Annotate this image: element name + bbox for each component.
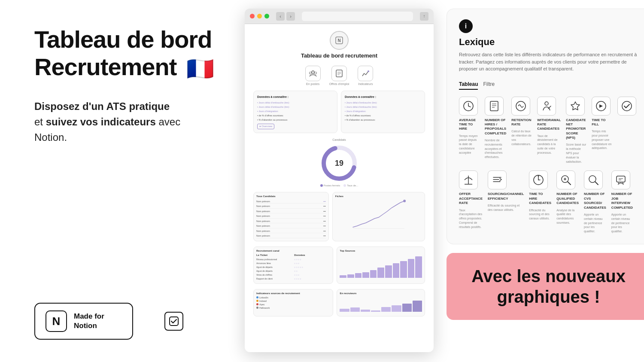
subtitle-part2: et [34, 116, 46, 128]
kpi-name-12: NUMBER OF CVS SOURCED/ CANDIDATES [584, 192, 606, 210]
kpi-desc-8: Taux d'acceptation des offres proposées.… [459, 208, 483, 229]
badges-row: N Made for Notion NOTION CERTIFIED · NOT… [34, 298, 215, 345]
chart-card-table: Tous Candidats Nom prénom••• Nom prénom•… [253, 192, 329, 241]
mbar-4 [371, 310, 380, 312]
nav-back[interactable]: ‹ [276, 12, 285, 21]
stat-card-1: Données à connaître : • Jours délai d'em… [253, 91, 337, 133]
traffic-light-green[interactable] [264, 14, 269, 18]
chart-card-line: Fiches [332, 192, 425, 241]
bar-chart [340, 254, 422, 280]
accent-line1: Avec les nouveaux [471, 267, 626, 286]
mbar-5 [381, 307, 391, 312]
sources-content: Le Ticket Réseau professionnel Annonces … [256, 254, 330, 281]
donut-legend: Postes fermés Taux de... [320, 184, 358, 187]
kpi-icon-8 [459, 170, 478, 189]
title-line2: Recrutement [34, 53, 176, 80]
browser-window: ‹ › ↑ N Tableau de bord recrutement [245, 9, 434, 352]
svg-point-6 [314, 72, 316, 74]
notion-page-header: N Tableau de bord recrutement [253, 31, 425, 59]
lexique-description: Retrouvez dans cette liste les différent… [459, 51, 638, 73]
certified-inner [164, 312, 183, 331]
stat1-line5: • % d'abandon au processus: [257, 118, 334, 122]
src2-4: Hellowork [256, 307, 330, 309]
browser-url-bar[interactable] [302, 12, 413, 21]
table-row-6: Nom prénom••• [256, 224, 326, 228]
mbar-6 [392, 305, 401, 311]
source-1: Réseau professionnel [256, 258, 292, 262]
lexique-title: Lexique [459, 37, 638, 48]
chart-card-sources2: Indicateurs sources de recrutement Linke… [253, 289, 333, 316]
tab-filtre[interactable]: Filtre [483, 79, 495, 90]
chart-card-sources: Recrutement canal Le Ticket Réseau profe… [253, 246, 333, 284]
chart-bars-title: Top Sources [340, 249, 422, 252]
table-row-5: Nom prénom••• [256, 219, 326, 223]
icon-offres: Offres d'emploi [329, 66, 349, 85]
bar-2 [347, 274, 354, 278]
kpi-time-hire: TIME TO HIRE CANDIDATES Efficacité du so… [529, 170, 551, 234]
stat2-line5: • % d'abandon au processus: [345, 118, 421, 122]
svg-point-5 [309, 72, 311, 74]
sval-4: ○ ○ [294, 269, 330, 273]
svg-point-28 [622, 101, 632, 111]
postes-label: En postes [306, 82, 319, 85]
badge-notion: Notion [74, 322, 97, 330]
sval-2: ○ ○ ○ [294, 262, 330, 265]
kpi-desc-2: Nombre de recrutements acceptées et d'em… [485, 138, 506, 159]
svg-marker-26 [571, 102, 580, 110]
traffic-light-red[interactable] [250, 14, 255, 18]
indicateurs-label: Indicateurs [358, 82, 373, 85]
stat1-title: Données à connaître : [257, 94, 334, 99]
nav-forward[interactable]: › [286, 12, 295, 21]
kpi-desc-4: Taux de désistement de candidats à la su… [537, 134, 561, 155]
kpi-icon-12 [584, 170, 603, 189]
kpi-name-3: RETENTION RATE [511, 118, 532, 127]
kpi-icon-6 [592, 97, 611, 116]
chart-card-mini-bars: En recruteurs [337, 289, 425, 316]
bar-9 [400, 261, 407, 278]
info-letter: i [465, 22, 467, 30]
mbar-2 [350, 307, 360, 312]
tab-tableau[interactable]: Tableau [459, 79, 478, 90]
kpi-icon-7 [617, 97, 636, 116]
svg-rect-44 [617, 176, 625, 182]
browser-toolbar: ‹ › ↑ [245, 9, 434, 24]
kpi-name-11: NUMBER OF QUALIFIED CANDIDATES [556, 192, 579, 205]
certified-badge: NOTION CERTIFIED · NOTION CERTIFIED · [150, 298, 197, 345]
src2-1: LinkedIn [256, 296, 330, 299]
kpi-sourcing: SOURCING/CHANNEL EFFICIENCY Efficacité d… [488, 170, 524, 234]
stat-card-2: Données à connaître : • Jours délai d'em… [341, 91, 425, 133]
svg-rect-19 [490, 101, 498, 111]
info-icon: i [459, 19, 473, 33]
table-row-4: Nom prénom••• [256, 214, 326, 219]
traffic-light-yellow[interactable] [257, 14, 262, 18]
notion-logo: N [330, 31, 349, 50]
charts-row-1: Tous Candidats Nom prénom••• Nom prénom•… [253, 192, 425, 241]
donut-section: Candidats 19 Postes fermés Taux de... [253, 138, 425, 187]
kpi-offer-acceptance: OFFER ACCEPTANCE RATE Taux d'acceptation… [459, 170, 483, 234]
accent-text: Avec les nouveaux graphiques ! [471, 266, 626, 307]
stat1-line2: • Jours délai d'embauche (ttm): [257, 105, 334, 110]
stats-section: Données à connaître : • Jours délai d'em… [253, 91, 425, 133]
stat2-line3: • Jours d'intégration: [345, 110, 421, 114]
kpi-icon-9 [488, 170, 507, 189]
sval-1: ○ ○ ○ ○ [294, 258, 330, 262]
svg-point-14 [403, 200, 406, 202]
subtitle-bold-part2: suivez vos indicateurs [46, 116, 156, 128]
bar-1 [340, 275, 346, 278]
kpi-name-5: CANDIDATE NET PROMOTER SCORE (NPS) [566, 118, 586, 140]
source-5: Vitres de chiffres [256, 273, 292, 277]
source-4: Agust de départs [256, 269, 292, 273]
notion-icon-box: N [46, 310, 67, 332]
checkmark-box [164, 312, 183, 331]
kpi-num-hires: NUMBER OF HIRES / PROPOSALS COMPLETED No… [485, 97, 506, 164]
kpi-desc-13: Apporte un certain niveau de pertinence … [611, 213, 633, 234]
table-row-7: Nom prénom••• [256, 229, 326, 233]
svg-line-39 [568, 182, 571, 185]
svg-line-18 [468, 106, 471, 107]
subtitle: Disposez d'un ATS pratique et suivez vos… [34, 99, 215, 145]
sources2-title: Indicateurs sources de recrutement [256, 292, 330, 295]
kpi-icon-10 [529, 170, 548, 189]
nav-share[interactable]: ↑ [420, 12, 428, 21]
offres-icon [331, 66, 347, 81]
kpi-icon-2 [485, 97, 504, 116]
